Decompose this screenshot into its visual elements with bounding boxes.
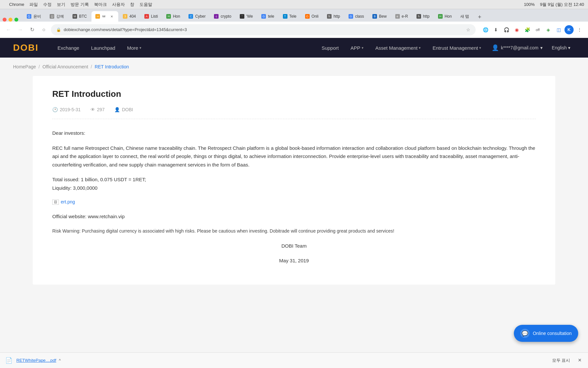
tab-active[interactable]: ㅂ ㅂ ✕ (91, 11, 118, 22)
reload-button[interactable]: ↻ (27, 25, 37, 34)
tab-favicon-btc: M (73, 14, 77, 19)
tab-bew[interactable]: B Bew (368, 11, 390, 22)
tab-label-cyber: Cyber (195, 14, 205, 19)
download-icon[interactable]: ⬇ (491, 25, 500, 34)
nav-asset-management[interactable]: Asset Management ▾ (369, 38, 427, 58)
nav-items: Exchange Launchpad More ▾ Support APP ▾ … (52, 38, 575, 58)
tab-onli[interactable]: O Onli (301, 11, 322, 22)
menu-edit[interactable]: 수정 (43, 2, 52, 8)
forward-button[interactable]: → (16, 25, 25, 34)
download-chevron-icon[interactable]: ^ (59, 358, 61, 363)
tab-bar: G 윤비 강 강예 M BTC ㅂ ㅂ ✕ 3 404 A Listi H Ho… (0, 9, 588, 22)
consultation-button[interactable]: 💬 Online consultation (514, 325, 578, 342)
article-views: 297 (97, 107, 105, 112)
menu-help[interactable]: 도움말 (139, 2, 152, 8)
extension-blue-icon[interactable]: ◫ (554, 25, 563, 34)
breadcrumb-home[interactable]: HomePage (13, 64, 36, 69)
maximize-window-dot[interactable] (14, 18, 18, 22)
meta-date: 🕐 2019-5-31 (52, 107, 81, 112)
home-button[interactable]: ○ (39, 25, 48, 34)
extension-off-icon[interactable]: off (533, 25, 542, 34)
tab-we[interactable]: ' 'We (236, 11, 257, 22)
nav-more[interactable]: More ▾ (121, 38, 147, 58)
tab-favicon-bew: B (372, 14, 377, 19)
person-icon: 👤 (114, 107, 120, 112)
tab-cyber[interactable]: C Cyber (185, 11, 209, 22)
tab-favicon-hon: H (166, 14, 171, 19)
nav-exchange[interactable]: Exchange (52, 38, 85, 58)
site-logo[interactable]: DOBI (13, 43, 39, 53)
breadcrumb-announcement[interactable]: Official Announcement (42, 64, 88, 69)
nav-language[interactable]: English ▾ (547, 38, 575, 58)
site-nav: DOBI Exchange Launchpad More ▾ Support A… (0, 38, 588, 58)
tab-http2[interactable]: h http (413, 11, 433, 22)
download-filename[interactable]: RETWhitePape....pdf (16, 358, 56, 363)
tab-class[interactable]: G class (345, 11, 368, 22)
show-all-button[interactable]: 모두 표시 (548, 356, 574, 365)
tab-hon[interactable]: H Hon (162, 11, 184, 22)
menu-view[interactable]: 보기 (57, 2, 65, 8)
tab-label-hon2: Hon (445, 14, 452, 19)
headphone-icon[interactable]: 🎧 (502, 25, 511, 34)
menu-users[interactable]: 사용자 (112, 2, 125, 8)
nav-support[interactable]: Support (316, 38, 345, 58)
greeting-paragraph: Dear investors: (52, 129, 536, 137)
nav-app[interactable]: APP ▾ (345, 38, 369, 58)
tab-er[interactable]: e e-R (391, 11, 412, 22)
tab-label-onli: Onli (312, 14, 318, 19)
tab-kangye[interactable]: 강 강예 (46, 11, 68, 22)
nav-entrust-management[interactable]: Entrust Management ▾ (427, 38, 487, 58)
tab-crypto[interactable]: c crypto (210, 11, 235, 22)
back-button[interactable]: ← (4, 25, 13, 34)
nav-launchpad[interactable]: Launchpad (85, 38, 121, 58)
minimize-window-dot[interactable] (8, 18, 12, 22)
tab-yunbi[interactable]: G 윤비 (23, 11, 45, 22)
user-email: k****7@gmail.com (501, 45, 538, 50)
tab-label-listi: Listi (151, 14, 158, 19)
tab-tele1[interactable]: G tele (257, 11, 278, 22)
tab-close-active[interactable]: ✕ (109, 14, 114, 19)
menu-bookmarks[interactable]: 북마크 (94, 2, 107, 8)
tab-favicon-tele1: G (261, 14, 266, 19)
extension-icon-chrome[interactable]: 🧩 (523, 25, 532, 34)
chrome-menu-icon[interactable]: ⋮ (575, 25, 584, 34)
translate-icon[interactable]: 🌐 (481, 25, 490, 34)
body-paragraph: REC full name Retrospect Chain, Chinese … (52, 144, 536, 169)
tab-label-tele1: tele (268, 14, 274, 19)
tab-404[interactable]: 3 404 (119, 11, 140, 22)
profile-avatar[interactable]: K (564, 25, 574, 34)
tab-favicon-http1: h (327, 14, 332, 19)
url-bar[interactable]: 🔒 dobiexchange.com/news/detail?type=Proj… (51, 24, 476, 35)
tab-http1[interactable]: h http (323, 11, 344, 22)
tab-label-kangye: 강예 (56, 14, 64, 19)
pdf-file-icon: 📄 (5, 357, 12, 364)
menu-history[interactable]: 방문 기록 (71, 2, 89, 8)
tab-label-class: class (355, 14, 364, 19)
tab-tele2[interactable]: T Tele (279, 11, 301, 22)
tab-label-bew: Bew (379, 14, 386, 19)
tab-label-er: e-R (402, 14, 408, 19)
chevron-down-icon: ▾ (139, 46, 141, 50)
tab-btc[interactable]: M BTC (69, 11, 91, 22)
download-close-button[interactable]: × (577, 356, 583, 365)
chevron-down-icon-entrust: ▾ (479, 46, 481, 50)
new-tab-button[interactable]: + (475, 12, 484, 22)
close-window-dot[interactable] (3, 18, 7, 22)
nav-user-account[interactable]: 👤 k****7@gmail.com ▾ (487, 38, 547, 58)
tab-new[interactable]: 새 탭 (456, 11, 473, 22)
menu-file[interactable]: 파일 (29, 2, 38, 8)
tab-favicon-listi: A (144, 14, 149, 19)
tab-hon2[interactable]: H Hon (434, 11, 456, 22)
image-link[interactable]: 🖼 ert.png (52, 198, 75, 206)
tab-label-active: ㅂ (102, 14, 106, 19)
menu-window[interactable]: 창 (130, 2, 134, 8)
tab-listi[interactable]: A Listi (140, 11, 162, 22)
risk-warning: Risk Warning: Purchasing digital currenc… (52, 227, 536, 235)
tab-favicon-onli: O (305, 14, 310, 19)
breadcrumb-sep-2: / (91, 64, 92, 69)
team-date: May 31, 2019 (52, 256, 536, 265)
bookmark-star-icon[interactable]: ☆ (466, 27, 470, 32)
image-filename: ert.png (61, 198, 75, 206)
extension-icon-red[interactable]: ◉ (512, 25, 521, 34)
extension-green-icon[interactable]: ◈ (544, 25, 553, 34)
